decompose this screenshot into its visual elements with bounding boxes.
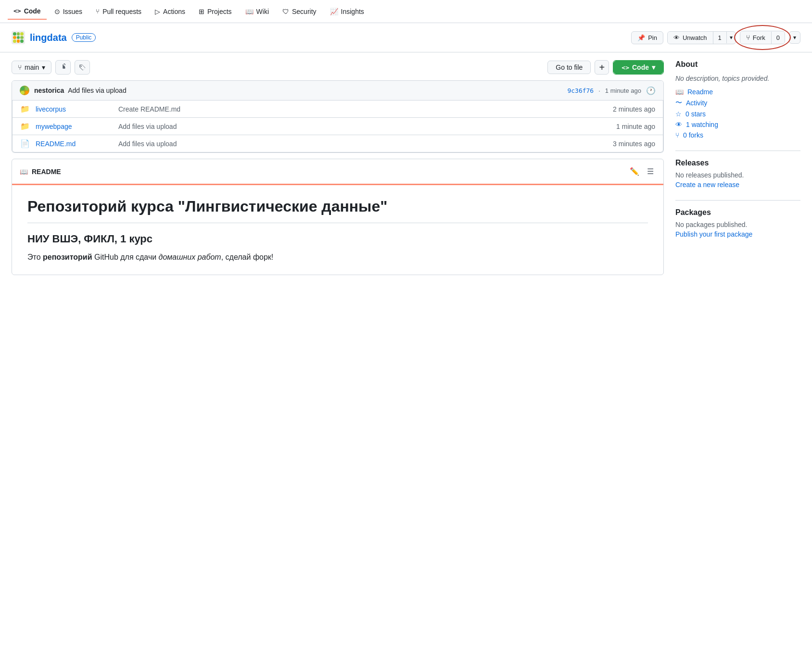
fork-count[interactable]: 0 xyxy=(771,32,785,44)
fork-button-container: ⑂ Fork 0 xyxy=(740,31,785,44)
go-to-file-button[interactable]: Go to file xyxy=(547,61,591,74)
packages-section: Packages No packages published. Publish … xyxy=(675,208,800,238)
watching-link[interactable]: 👁 1 watching xyxy=(675,121,800,128)
readme-link-icon: 📖 xyxy=(675,88,684,96)
divider-2 xyxy=(675,200,800,201)
nav-pull-requests[interactable]: ⑂ Pull requests xyxy=(90,4,147,19)
code-button[interactable]: <> Code ▾ xyxy=(613,61,663,74)
table-row: 📁 mywebpage Add files via upload 1 minut… xyxy=(13,118,663,135)
commit-info: nestorica Add files via upload xyxy=(34,87,562,94)
readme-header: 📖 README ✏️ ☰ xyxy=(12,159,663,185)
commit-time: 1 minute ago xyxy=(605,87,641,94)
releases-title: Releases xyxy=(675,159,800,167)
divider-1 xyxy=(675,151,800,151)
top-navigation: <> Code ⊙ Issues ⑂ Pull requests ▷ Actio… xyxy=(0,0,812,23)
activity-link[interactable]: 〜 Activity xyxy=(675,99,800,107)
code-button-group: <> Code ▾ xyxy=(613,60,664,75)
file-time: 3 minutes ago xyxy=(613,140,655,148)
readme-content: Репозиторий курса "Лингвистические данны… xyxy=(12,185,663,275)
file-name[interactable]: mywebpage xyxy=(36,123,113,130)
readme-heading: Репозиторий курса "Лингвистические данны… xyxy=(27,197,648,223)
about-description: No description, topics provided. xyxy=(675,75,800,82)
activity-icon: 〜 xyxy=(675,99,682,107)
commit-message: Add files via upload xyxy=(68,87,126,94)
security-icon: 🛡 xyxy=(282,8,289,15)
code-dropdown-icon: ▾ xyxy=(652,63,655,71)
unwatch-button[interactable]: 👁 Unwatch xyxy=(668,32,713,44)
svg-point-0 xyxy=(81,66,82,67)
commit-author-avatar xyxy=(20,86,29,95)
visibility-badge: Public xyxy=(72,33,96,42)
unwatch-count[interactable]: 1 xyxy=(713,32,726,44)
tags-icon-button[interactable] xyxy=(75,60,90,75)
issues-icon: ⊙ xyxy=(54,8,60,15)
file-toolbar: ⑂ main ▾ Go to file + xyxy=(12,60,664,75)
repo-header: lingdata Public 📌 Pin 👁 Unwatch 1 ▾ ⑂ Fo… xyxy=(0,23,812,52)
folder-icon: 📁 xyxy=(20,122,30,131)
fork-group: ⑂ Fork 0 xyxy=(740,31,785,44)
about-title: About xyxy=(675,60,800,69)
code-brackets-icon: <> xyxy=(622,64,629,71)
readme-body: Это репозиторий GitHub для сдачи домашни… xyxy=(27,251,648,264)
insights-icon: 📈 xyxy=(330,8,338,15)
branch-icon: ⑂ xyxy=(18,63,22,71)
nav-wiki[interactable]: 📖 Wiki xyxy=(240,4,275,19)
nav-security[interactable]: 🛡 Security xyxy=(277,4,322,19)
star-icon: ☆ xyxy=(675,110,682,118)
commit-separator: · xyxy=(598,87,600,94)
forks-link[interactable]: ⑂ 0 forks xyxy=(675,131,800,139)
branch-selector[interactable]: ⑂ main ▾ xyxy=(12,61,51,74)
about-links: 📖 Readme 〜 Activity ☆ 0 stars 👁 1 watchi… xyxy=(675,88,800,139)
file-name[interactable]: livecorpus xyxy=(36,105,113,113)
nav-code[interactable]: <> Code xyxy=(8,3,47,20)
nav-projects[interactable]: ⊞ Projects xyxy=(193,4,238,19)
pin-button[interactable]: 📌 Pin xyxy=(631,31,663,44)
about-section: About No description, topics provided. 📖… xyxy=(675,60,800,139)
file-commit-message: Add files via upload xyxy=(118,140,607,148)
packages-title: Packages xyxy=(675,208,800,217)
unwatch-dropdown-icon[interactable]: ▾ xyxy=(726,32,736,43)
file-time: 2 minutes ago xyxy=(613,105,655,113)
table-row: 📁 livecorpus Create README.md 2 minutes … xyxy=(13,101,663,118)
file-name[interactable]: README.md xyxy=(36,140,113,148)
commit-bar: nestorica Add files via upload 9c36f76 ·… xyxy=(12,80,664,153)
right-panel: About No description, topics provided. 📖… xyxy=(675,60,800,275)
repo-name[interactable]: lingdata xyxy=(30,32,67,43)
readme-title-area: 📖 README xyxy=(20,168,61,176)
eye-icon: 👁 xyxy=(673,34,680,41)
create-release-link[interactable]: Create a new release xyxy=(675,181,739,189)
table-row: 📄 README.md Add files via upload 3 minut… xyxy=(13,135,663,152)
file-commit-message: Create README.md xyxy=(118,105,607,113)
publish-package-link[interactable]: Publish your first package xyxy=(675,230,752,238)
fork-button[interactable]: ⑂ Fork xyxy=(740,31,771,44)
left-panel: ⑂ main ▾ Go to file + xyxy=(12,60,664,275)
repo-title-area: lingdata Public xyxy=(12,31,96,44)
file-commit-message: Add files via upload xyxy=(118,123,610,130)
history-icon[interactable]: 🕐 xyxy=(646,86,656,95)
readme-subheading: НИУ ВШЭ, ФИКЛ, 1 курс xyxy=(27,233,648,245)
commit-author[interactable]: nestorica xyxy=(34,87,64,94)
actions-icon: ▷ xyxy=(155,8,160,15)
repo-actions: 📌 Pin 👁 Unwatch 1 ▾ ⑂ Fork 0 ▾ xyxy=(631,31,800,44)
file-time: 1 minute ago xyxy=(616,123,655,130)
readme-link[interactable]: 📖 Readme xyxy=(675,88,800,96)
stars-link[interactable]: ☆ 0 stars xyxy=(675,110,800,118)
unwatch-group: 👁 Unwatch 1 ▾ xyxy=(667,31,736,44)
book-icon: 📖 xyxy=(20,168,28,176)
commit-hash[interactable]: 9c36f76 xyxy=(567,87,594,94)
edit-readme-button[interactable]: ✏️ xyxy=(628,165,641,178)
toc-readme-button[interactable]: ☰ xyxy=(645,165,656,178)
more-options-button[interactable]: ▾ xyxy=(789,31,800,44)
releases-description: No releases published. xyxy=(675,171,800,179)
nav-insights[interactable]: 📈 Insights xyxy=(324,4,370,19)
pull-requests-icon: ⑂ xyxy=(96,8,100,15)
folder-icon: 📁 xyxy=(20,104,30,113)
readme-section: 📖 README ✏️ ☰ Репозиторий курса "Лингвис… xyxy=(12,159,664,275)
add-file-button[interactable]: + xyxy=(595,60,609,75)
file-list: 📁 livecorpus Create README.md 2 minutes … xyxy=(12,101,663,152)
branches-icon-button[interactable] xyxy=(55,60,71,75)
projects-icon: ⊞ xyxy=(199,8,204,15)
releases-section: Releases No releases published. Create a… xyxy=(675,159,800,189)
nav-actions[interactable]: ▷ Actions xyxy=(149,4,191,19)
nav-issues[interactable]: ⊙ Issues xyxy=(49,4,88,19)
